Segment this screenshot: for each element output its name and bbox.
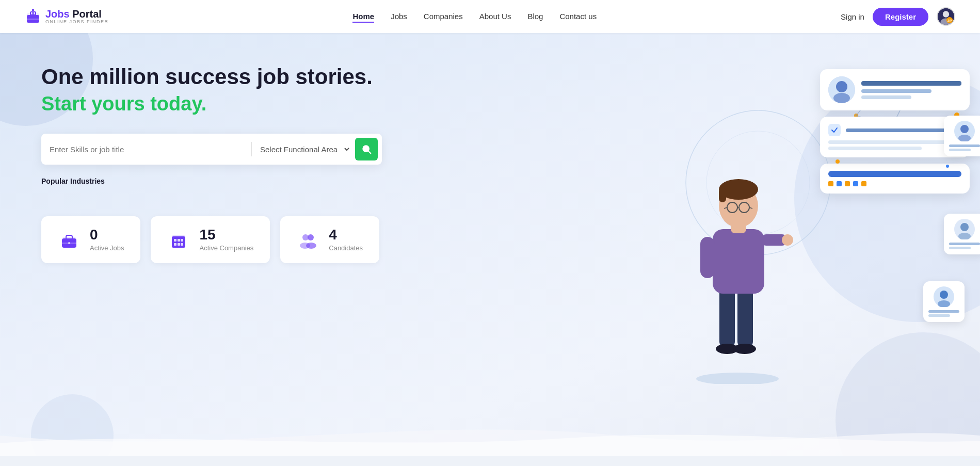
candidates-label: Candidates: [329, 244, 363, 252]
logo-text: Jobs Portal ONLINE JOBS FINDER: [45, 8, 109, 25]
briefcase-icon: [58, 229, 81, 251]
nav-item-blog[interactable]: Blog: [527, 12, 543, 21]
svg-point-58: [938, 300, 950, 307]
logo: Jobs Portal ONLINE JOBS FINDER: [25, 8, 109, 25]
profile-card-top: [820, 69, 970, 110]
nav-link-companies[interactable]: Companies: [424, 12, 463, 21]
search-divider: [251, 142, 252, 156]
svg-point-7: [943, 11, 949, 17]
small-card-3: [923, 281, 965, 322]
svg-point-32: [696, 373, 779, 384]
small-card-1: [944, 116, 980, 156]
stat-info-jobs: 0 Active Jobs: [90, 228, 124, 252]
register-button[interactable]: Register: [873, 8, 928, 26]
stat-card-companies: 15 Active Companies: [151, 216, 270, 263]
svg-line-12: [368, 151, 371, 154]
logo-brand: Jobs: [45, 8, 70, 20]
nav-item-contact[interactable]: Contact us: [559, 12, 597, 21]
search-icon: [361, 144, 372, 154]
building-icon: [167, 229, 190, 251]
progress-card: [820, 164, 970, 194]
stat-info-companies: 15 Active Companies: [199, 228, 253, 252]
svg-rect-20: [174, 239, 176, 242]
nav-link-contact[interactable]: Contact us: [559, 12, 597, 21]
functional-area-select[interactable]: Select Functional Area Information Techn…: [258, 144, 351, 154]
svg-rect-39: [700, 237, 715, 278]
stat-info-candidates: 4 Candidates: [329, 228, 363, 252]
nav-links: Home Jobs Companies About Us Blog Contac…: [352, 12, 597, 21]
svg-rect-37: [713, 229, 764, 294]
stat-card-candidates: 4 Candidates: [280, 216, 379, 263]
svg-point-52: [833, 93, 850, 103]
svg-point-57: [940, 291, 948, 299]
small-card-2: [944, 214, 980, 254]
navbar: Jobs Portal ONLINE JOBS FINDER Home Jobs…: [0, 0, 980, 33]
active-companies-label: Active Companies: [199, 244, 253, 252]
svg-point-17: [68, 242, 70, 244]
search-bar: Select Functional Area Information Techn…: [41, 134, 382, 165]
avatar[interactable]: JP: [937, 7, 955, 26]
hero-wave: [0, 415, 980, 456]
logo-tagline: ONLINE JOBS FINDER: [45, 20, 109, 25]
nav-link-jobs[interactable]: Jobs: [391, 12, 407, 21]
svg-point-53: [960, 125, 969, 133]
person-illustration: [681, 136, 794, 384]
svg-point-36: [733, 344, 756, 354]
svg-point-51: [836, 81, 847, 92]
nav-item-about[interactable]: About Us: [479, 12, 511, 21]
logo-icon: [25, 8, 41, 25]
svg-text:JP: JP: [947, 19, 952, 23]
logo-portal: Portal: [70, 8, 102, 20]
nav-link-blog[interactable]: Blog: [527, 12, 543, 21]
nav-link-home[interactable]: Home: [352, 12, 374, 23]
nav-link-about[interactable]: About Us: [479, 12, 511, 21]
svg-point-55: [960, 223, 969, 231]
svg-rect-25: [181, 243, 183, 246]
svg-rect-24: [178, 243, 180, 246]
active-jobs-number: 0: [90, 228, 124, 242]
svg-rect-21: [178, 239, 180, 242]
stat-card-jobs: 0 Active Jobs: [41, 216, 140, 263]
candidates-number: 4: [329, 228, 363, 242]
hero-subline: Start yours today.: [41, 93, 403, 115]
svg-point-54: [958, 135, 971, 141]
svg-rect-3: [27, 19, 39, 20]
svg-rect-22: [181, 239, 183, 242]
active-jobs-label: Active Jobs: [90, 244, 124, 252]
search-input[interactable]: [50, 145, 245, 154]
svg-point-29: [306, 243, 316, 249]
nav-right: Sign in Register JP: [841, 7, 955, 26]
people-icon: [297, 229, 319, 251]
signin-link[interactable]: Sign in: [841, 12, 864, 21]
search-button[interactable]: [355, 138, 378, 160]
svg-point-27: [308, 234, 314, 240]
svg-rect-34: [737, 286, 753, 348]
nav-item-home[interactable]: Home: [352, 12, 374, 21]
popular-industries-label: Popular Industries: [41, 177, 403, 185]
active-companies-number: 15: [199, 228, 253, 242]
svg-point-49: [782, 234, 793, 246]
svg-rect-19: [172, 236, 185, 248]
hero-headline: One million success job stories.: [41, 64, 403, 90]
hero-illustration: [660, 54, 970, 415]
hero-section: One million success job stories. Start y…: [0, 33, 980, 456]
svg-rect-23: [174, 243, 176, 246]
nav-item-companies[interactable]: Companies: [424, 12, 463, 21]
svg-point-56: [958, 233, 971, 239]
hero-content: One million success job stories. Start y…: [41, 64, 403, 263]
svg-rect-33: [719, 286, 735, 348]
stats-row: 0 Active Jobs: [41, 216, 403, 263]
nav-item-jobs[interactable]: Jobs: [391, 12, 407, 21]
svg-rect-43: [719, 188, 726, 202]
